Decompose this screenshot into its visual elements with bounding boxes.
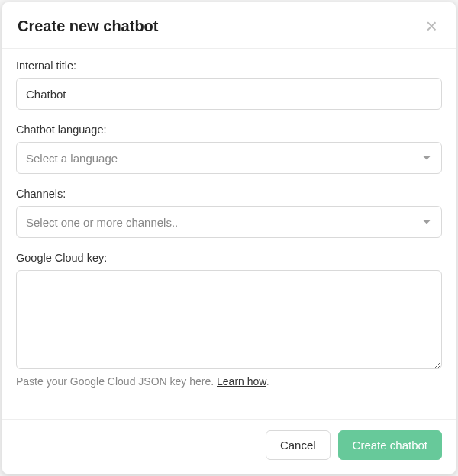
internal-title-group: Internal title: — [16, 60, 442, 110]
close-button[interactable]: × — [423, 16, 440, 36]
channels-group: Channels: Select one or more channels.. — [16, 188, 442, 238]
language-group: Chatbot language: Select a language — [16, 124, 442, 174]
caret-down-icon — [423, 156, 431, 160]
create-chatbot-modal: Create new chatbot × Internal title: Cha… — [2, 2, 456, 474]
helper-suffix: . — [266, 375, 269, 388]
close-icon: × — [426, 14, 437, 37]
internal-title-input[interactable] — [16, 78, 442, 110]
internal-title-label: Internal title: — [16, 60, 442, 72]
google-cloud-key-helper: Paste your Google Cloud JSON key here. L… — [16, 375, 442, 388]
google-cloud-key-group: Google Cloud key: Paste your Google Clou… — [16, 252, 442, 388]
modal-footer: Cancel Create chatbot — [2, 419, 456, 474]
modal-body: Internal title: Chatbot language: Select… — [2, 49, 456, 419]
cancel-button[interactable]: Cancel — [266, 430, 331, 460]
google-cloud-key-textarea[interactable] — [16, 270, 442, 369]
create-chatbot-button[interactable]: Create chatbot — [338, 430, 442, 460]
language-select[interactable]: Select a language — [16, 142, 442, 174]
language-label: Chatbot language: — [16, 124, 442, 136]
modal-header: Create new chatbot × — [2, 2, 456, 49]
learn-how-link[interactable]: Learn how — [217, 375, 266, 388]
caret-down-icon — [423, 220, 431, 224]
modal-title: Create new chatbot — [18, 18, 158, 35]
helper-prefix: Paste your Google Cloud JSON key here. — [16, 375, 217, 388]
channels-select[interactable]: Select one or more channels.. — [16, 206, 442, 238]
channels-label: Channels: — [16, 188, 442, 200]
language-placeholder: Select a language — [26, 152, 118, 165]
channels-placeholder: Select one or more channels.. — [26, 216, 178, 229]
google-cloud-key-label: Google Cloud key: — [16, 252, 442, 264]
